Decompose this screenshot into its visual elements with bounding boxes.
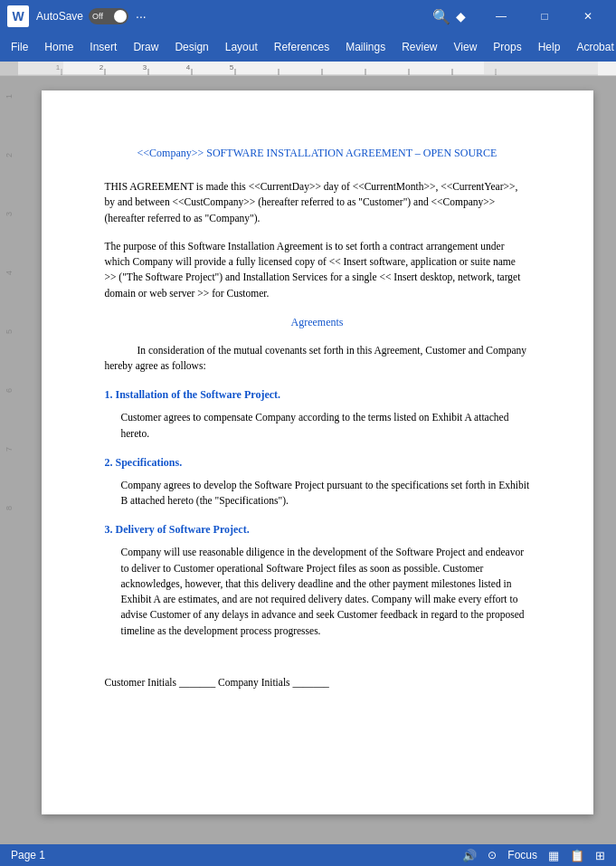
autosave-group: AutoSave Off <box>36 8 128 24</box>
svg-text:5: 5 <box>230 63 234 71</box>
gem-btn[interactable]: ◆ <box>456 9 466 24</box>
maximize-btn[interactable]: □ <box>524 0 565 33</box>
section-1-body: Customer agrees to compensate Company ac… <box>121 410 530 442</box>
close-btn[interactable]: ✕ <box>567 0 609 33</box>
menu-props[interactable]: Props <box>486 37 528 57</box>
window-controls: — □ ✕ <box>480 0 609 33</box>
page-number-marker-8: 8 <box>5 506 14 510</box>
focus-icon[interactable]: ⊙ <box>488 849 497 861</box>
doc-scroll[interactable]: <<Company>> SOFTWARE INSTALLATION AGREEM… <box>18 76 616 844</box>
title-bar: W AutoSave Off ··· 🔍 ◆ — □ ✕ <box>0 0 616 33</box>
agreements-heading: Agreements <box>105 314 530 330</box>
section-2: 2. Specifications. Company agrees to dev… <box>105 454 530 509</box>
status-bar: Page 1 🔊 ⊙ Focus ▦ 📋 ⊞ <box>0 844 616 866</box>
section-3: 3. Delivery of Software Project. Company… <box>105 521 530 639</box>
page-number-marker-4: 4 <box>5 271 14 275</box>
menu-acrobat[interactable]: Acrobat <box>569 37 616 57</box>
menu-mailings[interactable]: Mailings <box>338 37 393 57</box>
section-1-title: 1. Installation of the Software Project. <box>105 386 530 403</box>
doc-wrapper: 1 2 3 4 5 6 7 8 <<Company>> SOFTWARE INS… <box>0 76 616 844</box>
svg-rect-17 <box>18 62 63 74</box>
section-3-body: Company will use reasonable diligence in… <box>121 545 530 639</box>
status-right: 🔊 ⊙ Focus ▦ 📋 ⊞ <box>462 849 605 862</box>
page-number-marker-7: 7 <box>5 447 14 452</box>
page-number-marker-2: 2 <box>5 153 14 157</box>
menu-draw[interactable]: Draw <box>126 37 166 57</box>
left-margin: 1 2 3 4 5 6 7 8 <box>0 76 18 844</box>
page-number-marker-6: 6 <box>5 388 14 393</box>
svg-text:2: 2 <box>100 63 104 71</box>
toggle-off-label: Off <box>92 12 103 21</box>
print-icon[interactable]: 📋 <box>570 849 584 862</box>
section-2-title: 2. Specifications. <box>105 454 530 471</box>
more-options-btn[interactable]: ··· <box>136 9 147 24</box>
menu-layout[interactable]: Layout <box>218 37 265 57</box>
autosave-label: AutoSave <box>36 10 83 23</box>
focus-label[interactable]: Focus <box>507 849 537 861</box>
grid-icon[interactable]: ⊞ <box>595 849 605 862</box>
menu-home[interactable]: Home <box>37 37 81 57</box>
page-label: Page 1 <box>11 849 45 861</box>
document-title: <<Company>> SOFTWARE INSTALLATION AGREEM… <box>105 145 530 161</box>
layout-icon[interactable]: ▦ <box>548 849 559 862</box>
menu-design[interactable]: Design <box>167 37 215 57</box>
menu-file[interactable]: File <box>4 37 35 57</box>
svg-text:4: 4 <box>186 63 191 71</box>
ruler: 1 2 3 4 5 <box>18 62 616 76</box>
toggle-knob <box>114 10 127 23</box>
ruler-corner <box>0 62 18 76</box>
ruler-svg: 1 2 3 4 5 <box>18 62 616 76</box>
section-2-body: Company agrees to develop the Software P… <box>121 478 530 509</box>
document-body: THIS AGREEMENT is made this <<CurrentDay… <box>105 179 530 690</box>
menu-insert[interactable]: Insert <box>82 37 124 57</box>
paragraph-1: THIS AGREEMENT is made this <<CurrentDay… <box>105 179 530 226</box>
initials-line: Customer Initials _______ Company Initia… <box>105 675 530 690</box>
page-number-marker-5: 5 <box>5 329 14 334</box>
page-number-marker: 1 <box>5 94 14 99</box>
paragraph-2: The purpose of this Software Installatio… <box>105 239 530 301</box>
page-status: Page 1 <box>11 849 45 861</box>
menu-review[interactable]: Review <box>394 37 444 57</box>
menu-references[interactable]: References <box>267 37 336 57</box>
section-3-title: 3. Delivery of Software Project. <box>105 521 530 538</box>
title-bar-right: 🔍 ◆ <box>432 8 466 25</box>
svg-text:3: 3 <box>143 63 147 71</box>
intro-paragraph: In consideration of the mutual covenants… <box>105 343 530 375</box>
minimize-btn[interactable]: — <box>480 0 522 33</box>
word-logo: W <box>7 5 29 27</box>
menu-view[interactable]: View <box>447 37 485 57</box>
search-btn[interactable]: 🔍 <box>432 8 450 25</box>
menu-help[interactable]: Help <box>531 37 568 57</box>
menu-bar: File Home Insert Draw Design Layout Refe… <box>0 33 616 62</box>
document-page: <<Company>> SOFTWARE INSTALLATION AGREEM… <box>42 90 593 814</box>
svg-rect-18 <box>484 62 598 74</box>
autosave-toggle[interactable]: Off <box>89 8 128 24</box>
read-aloud-icon[interactable]: 🔊 <box>462 849 477 862</box>
section-1: 1. Installation of the Software Project.… <box>105 386 530 442</box>
page-number-marker-3: 3 <box>5 212 14 216</box>
